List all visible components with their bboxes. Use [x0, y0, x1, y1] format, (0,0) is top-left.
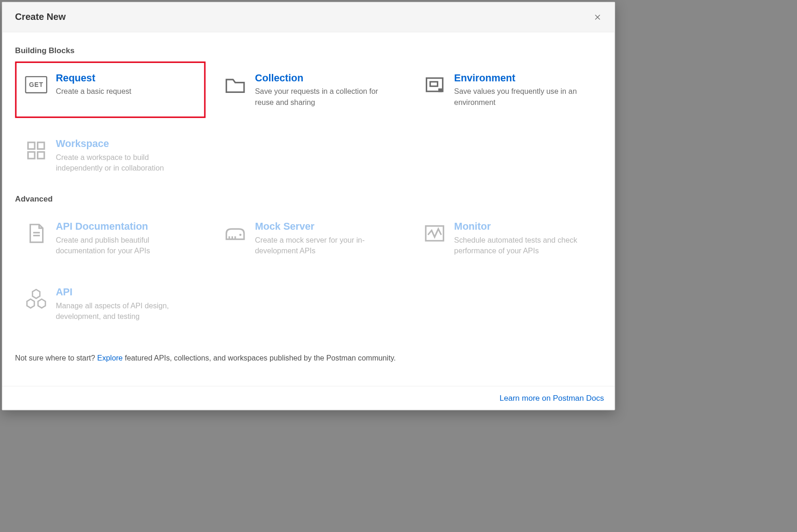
- tile-desc: Save values you frequently use in an env…: [454, 86, 595, 108]
- tile-title: API: [56, 286, 197, 298]
- create-new-modal: Create New Building Blocks GET Request C…: [2, 2, 615, 410]
- tile-title: API Documentation: [56, 220, 197, 232]
- tile-workspace[interactable]: Workspace Create a workspace to build in…: [15, 127, 206, 183]
- tile-desc: Create and publish beautiful documentati…: [56, 235, 197, 257]
- environment-icon: [423, 73, 446, 96]
- modal-body: Building Blocks GET Request Create a bas…: [2, 32, 615, 386]
- tile-desc: Create a mock server for your in-develop…: [255, 235, 397, 257]
- tile-title: Collection: [255, 72, 397, 84]
- svg-point-14: [239, 234, 242, 236]
- get-icon: GET: [25, 73, 47, 96]
- tile-title: Request: [56, 72, 131, 84]
- tile-mock-server[interactable]: Mock Server Create a mock server for you…: [214, 210, 405, 266]
- tile-title: Environment: [454, 72, 595, 84]
- tile-title: Monitor: [454, 220, 595, 232]
- close-icon: [594, 13, 601, 21]
- folder-icon: [224, 73, 246, 96]
- tile-desc: Save your requests in a collection for r…: [255, 86, 397, 108]
- tile-api[interactable]: API Manage all aspects of API design, de…: [15, 276, 206, 332]
- grid-icon: [25, 140, 47, 162]
- tile-desc: Schedule automated tests and check perfo…: [454, 235, 595, 257]
- hexagons-icon: [25, 288, 47, 310]
- svg-marker-17: [27, 299, 34, 308]
- hint-text: Not sure where to start? Explore feature…: [15, 352, 604, 363]
- close-button[interactable]: [593, 13, 602, 22]
- tile-desc: Create a basic request: [56, 86, 131, 97]
- svg-rect-5: [28, 142, 35, 149]
- explore-link[interactable]: Explore: [97, 354, 123, 362]
- tile-monitor[interactable]: Monitor Schedule automated tests and che…: [413, 210, 604, 266]
- tile-collection[interactable]: Collection Save your requests in a colle…: [214, 61, 405, 118]
- document-icon: [25, 222, 47, 245]
- advanced-grid: API Documentation Create and publish bea…: [15, 210, 604, 332]
- modal-title: Create New: [15, 12, 66, 23]
- tile-request[interactable]: GET Request Create a basic request: [15, 61, 206, 118]
- tile-environment[interactable]: Environment Save values you frequently u…: [413, 61, 604, 118]
- section-label-advanced: Advanced: [15, 194, 604, 203]
- activity-icon: [423, 222, 446, 245]
- tile-api-documentation[interactable]: API Documentation Create and publish bea…: [15, 210, 206, 266]
- svg-marker-16: [32, 289, 40, 298]
- svg-marker-18: [38, 299, 45, 308]
- tile-title: Mock Server: [255, 220, 397, 232]
- docs-link[interactable]: Learn more on Postman Docs: [500, 393, 604, 403]
- modal-header: Create New: [2, 2, 615, 32]
- modal-footer: Learn more on Postman Docs: [2, 386, 615, 410]
- svg-rect-4: [438, 88, 442, 92]
- server-icon: [224, 222, 246, 245]
- building-blocks-grid: GET Request Create a basic request Colle…: [15, 61, 604, 183]
- tile-desc: Manage all aspects of API design, develo…: [56, 300, 197, 322]
- svg-rect-3: [430, 82, 437, 86]
- tile-title: Workspace: [56, 137, 197, 150]
- svg-rect-8: [37, 152, 44, 159]
- section-label-building-blocks: Building Blocks: [15, 46, 604, 55]
- tile-desc: Create a workspace to build independentl…: [56, 152, 197, 174]
- svg-rect-7: [28, 152, 35, 159]
- svg-rect-6: [37, 142, 44, 149]
